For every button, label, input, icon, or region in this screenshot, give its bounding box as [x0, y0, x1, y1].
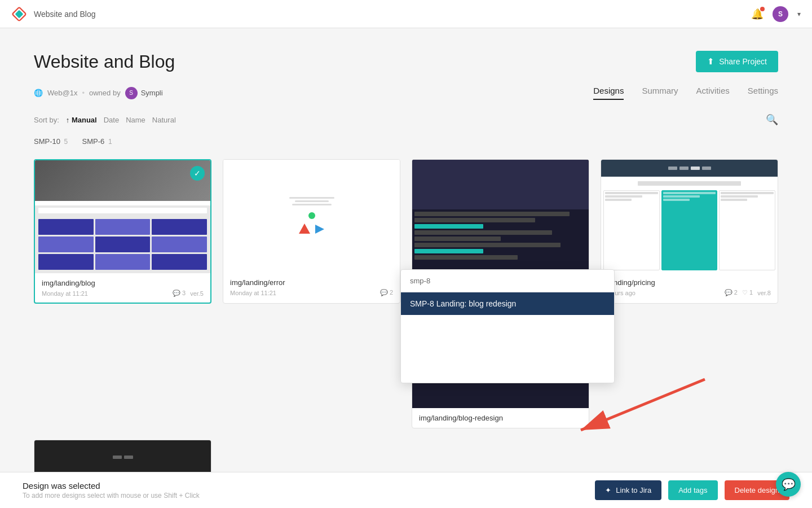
card-info: img/landing/blog Monday at 11:21 💬 3 ver…: [35, 273, 210, 303]
bottom-bar-left: Design was selected To add more designs …: [23, 481, 200, 500]
bottom-bar-title: Design was selected: [23, 481, 200, 491]
globe-icon: 🌐: [34, 89, 43, 97]
card-name-error: img/landing/error: [230, 278, 393, 287]
version-label-pricing: ver.8: [757, 290, 771, 296]
card-date: Monday at 11:21: [42, 290, 88, 297]
card-name: img/landing/blog: [42, 279, 204, 287]
tooltip-header: smp-8: [401, 270, 614, 292]
design-card-pricing[interactable]: landing/pricing hours ago 💬 2 ♡ 1 ver.8: [601, 159, 778, 304]
page-title: Website and Blog: [34, 51, 175, 72]
card-meta: Monday at 11:21 💬 3 ver.5: [42, 290, 204, 297]
avatar[interactable]: S: [773, 6, 788, 22]
topnav-project-title: Website and Blog: [34, 10, 95, 19]
search-icon[interactable]: 🔍: [766, 113, 778, 126]
meta-left: 🌐 Web@1x • owned by S Sympli: [34, 87, 163, 99]
page-header: Website and Blog ⬆ Share Project: [34, 51, 778, 72]
card-thumbnail-blog: [35, 160, 210, 273]
topnav-right: 🔔 S ▾: [751, 6, 801, 22]
filter-smp6[interactable]: SMP-6 1: [82, 135, 119, 148]
notifications-icon[interactable]: 🔔: [751, 8, 764, 20]
sortby-bar: Sort by: ↑ Manual Date Name Natural: [34, 116, 176, 124]
tooltip-body: [401, 315, 614, 383]
filter-tabs: SMP-10 5 SMP-6 1: [34, 135, 778, 148]
tabs: Designs Summary Activities Settings: [593, 86, 778, 100]
chat-bubble[interactable]: 💬: [776, 472, 801, 497]
filter-smp10[interactable]: SMP-10 5: [34, 135, 74, 148]
owner-name: Sympli: [141, 89, 163, 97]
jira-icon: ✦: [605, 486, 611, 494]
main-content: Website and Blog ⬆ Share Project 🌐 Web@1…: [0, 28, 812, 508]
sortby-label: Sort by:: [34, 116, 59, 124]
link-to-jira-button[interactable]: ✦ Link to Jira: [595, 480, 661, 500]
sort-manual[interactable]: ↑ Manual: [66, 116, 97, 124]
user-chevron-icon[interactable]: ▾: [797, 10, 801, 18]
tab-activities[interactable]: Activities: [696, 86, 730, 100]
comment-icon-pricing: 💬 2: [725, 289, 738, 296]
tab-designs[interactable]: Designs: [593, 86, 624, 100]
tooltip-item[interactable]: SMP-8 Landing: blog redesign: [401, 292, 614, 315]
card-info-error: img/landing/error Monday at 11:21 💬 2: [223, 273, 400, 302]
card-thumbnail-pricing: [601, 160, 778, 273]
bottom-bar-subtitle: To add more designs select with mouse or…: [23, 492, 200, 500]
tooltip-popup[interactable]: smp-8 SMP-8 Landing: blog redesign: [400, 269, 615, 383]
share-icon: ⬆: [707, 56, 714, 67]
comment-icon-error: 💬 2: [380, 289, 393, 296]
separator: •: [82, 89, 85, 97]
sort-date[interactable]: Date: [104, 116, 119, 124]
selected-check-icon: ✓: [190, 166, 205, 181]
owner-avatar: S: [125, 87, 138, 99]
sort-name[interactable]: Name: [126, 116, 145, 124]
card-name-redesign: img/landing/blog-redesign: [419, 414, 582, 422]
tab-summary[interactable]: Summary: [642, 86, 678, 100]
bottom-bar-actions: ✦ Link to Jira Add tags Delete design: [595, 480, 789, 500]
comment-icon: 💬 3: [173, 290, 186, 297]
version-label: ver.5: [190, 290, 204, 297]
card-date-error: Monday at 11:21: [230, 290, 276, 296]
like-icon-pricing: ♡ 1: [742, 289, 753, 296]
card-name-pricing: landing/pricing: [608, 278, 771, 287]
card-thumbnail-error: [223, 160, 400, 273]
card-meta-error: Monday at 11:21 💬 2: [230, 289, 393, 296]
design-card-error[interactable]: img/landing/error Monday at 11:21 💬 2: [223, 159, 400, 304]
app-logo-icon[interactable]: [11, 6, 27, 22]
toolbar: Sort by: ↑ Manual Date Name Natural 🔍: [34, 113, 778, 126]
sort-natural[interactable]: Natural: [152, 116, 176, 124]
owned-by-text: owned by: [89, 89, 121, 97]
owner-info: S Sympli: [125, 87, 163, 99]
card-meta-icons-pricing: 💬 2 ♡ 1 ver.8: [725, 289, 771, 296]
card-info-pricing: landing/pricing hours ago 💬 2 ♡ 1 ver.8: [601, 273, 778, 302]
topnav: Website and Blog 🔔 S ▾: [0, 0, 812, 28]
topnav-left: Website and Blog: [11, 6, 95, 22]
tab-settings[interactable]: Settings: [748, 86, 778, 100]
card-meta-pricing: hours ago 💬 2 ♡ 1 ver.8: [608, 289, 771, 296]
card-meta-icons: 💬 3 ver.5: [173, 290, 204, 297]
card-info-redesign: img/landing/blog-redesign: [412, 408, 589, 428]
notification-dot: [760, 7, 765, 11]
share-project-button[interactable]: ⬆ Share Project: [696, 51, 778, 72]
web-scale-label: Web@1x: [47, 89, 77, 97]
bottom-bar: Design was selected To add more designs …: [0, 472, 812, 508]
card-meta-icons-error: 💬 2: [380, 289, 393, 296]
add-tags-button[interactable]: Add tags: [668, 480, 717, 500]
meta-row: 🌐 Web@1x • owned by S Sympli Designs Sum…: [34, 86, 778, 100]
design-card-blog[interactable]: ✓ img/landing/blog Monday at 11:21 💬 3 v…: [34, 159, 211, 304]
svg-rect-1: [15, 10, 24, 18]
